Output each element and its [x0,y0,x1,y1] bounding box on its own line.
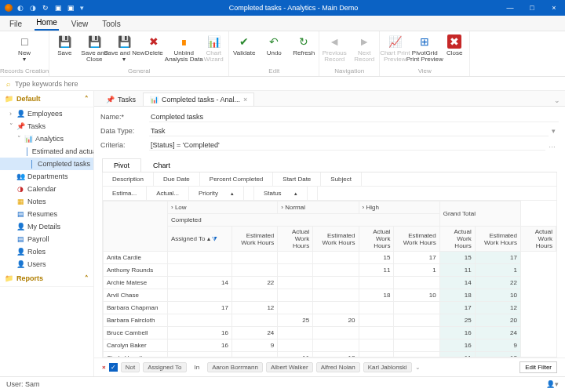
menu-view[interactable]: View [70,18,90,31]
unbind-button[interactable]: ∎Unbind Analysis Data [169,34,199,64]
doc-tab[interactable]: 📊Completed tasks - Anal...× [143,93,254,106]
qat-refresh-icon[interactable]: ↻ [42,4,50,12]
pivot-row[interactable]: Bruce Cambell16241624 [104,327,556,339]
qat-save-icon[interactable]: ▣ [55,4,63,12]
nav-item-label: Estimated and actual wor [32,147,93,155]
pivot-row[interactable]: Barbara Faircloth25202520 [104,314,556,327]
filter-remove-icon[interactable]: × [102,364,106,371]
col-group-header[interactable]: › Low [168,201,278,214]
pivot-grid[interactable]: › Low› Normal› HighGrand TotalCompletedA… [102,201,557,358]
nav-item[interactable]: 👤My Details [0,220,93,233]
field-header[interactable]: Percent Completed [200,172,273,186]
value-header[interactable]: Estimated Work Hours [394,227,439,252]
window-close-button[interactable]: × [543,4,565,12]
value-header[interactable]: Estimated Work Hours [475,227,520,252]
nav-item[interactable]: ˅📊Analytics [0,132,93,145]
value-header[interactable]: Actual Work Hours [359,227,394,252]
grand-total-header: Grand Total [439,201,520,227]
col-status-header[interactable]: Completed [168,214,440,227]
menu-home[interactable]: Home [35,16,59,31]
nav-header-reports[interactable]: 📁Reports˄ [0,270,93,287]
filter-value-chip[interactable]: Albert Walker [266,362,313,372]
field-header[interactable]: Subject [321,172,362,186]
nav-item[interactable]: │Completed tasks [0,158,93,170]
col-group-header[interactable]: › High [359,201,439,214]
nav-item[interactable]: ▤Payroll [0,233,93,245]
filter-toggle-checkbox[interactable]: ✓ [109,363,118,372]
qat-icon-1[interactable]: ◐ [17,4,25,12]
qat-saveas-icon[interactable]: ▣ [67,4,75,12]
datatype-field[interactable]: Task [149,126,549,136]
filter-not-chip[interactable]: Not [121,362,140,372]
measure-header[interactable]: Priority▴ [189,187,254,200]
filter-dim-chip[interactable]: Assigned To [143,362,186,372]
edit-filter-button[interactable]: Edit Filter [519,361,557,373]
datatype-dropdown-icon[interactable]: ▾ [549,127,559,135]
filter-value-chip[interactable]: Karl Jablonski [363,362,412,372]
nav-item[interactable]: ▦Notes [0,195,93,208]
doc-tab[interactable]: 📌Tasks [99,93,143,106]
filter-value-chip[interactable]: Aaron Borrmann [207,362,263,372]
col-group-header[interactable]: › Normal [278,201,359,214]
pivot-row[interactable]: Archie Matese14221422 [104,277,556,289]
menu-tools[interactable]: Tools [100,18,122,31]
value-header[interactable]: Actual Work Hours [278,227,313,252]
pivot-row[interactable]: Carolyn Baker169169 [104,339,556,352]
status-person-icon[interactable]: 👤▾ [546,380,559,388]
measure-header[interactable]: Estima... [103,187,147,200]
close-button[interactable]: ✖Close [439,34,469,56]
field-header[interactable]: Due Date [154,172,200,186]
tabs-expand-icon[interactable]: ⌄ [549,95,565,106]
validate-button[interactable]: ✔Validate [229,34,259,56]
pivot-row[interactable]: Arvil Chase18101810 [104,289,556,302]
nav-item[interactable]: 👤Users [0,258,93,270]
nav-item[interactable]: │Estimated and actual wor [0,145,93,158]
pivot-row[interactable]: Cindy Haneline11121112 [104,352,556,358]
save-button[interactable]: 💾Save [49,34,79,56]
name-field[interactable]: Completed tasks [149,112,559,122]
measure-header[interactable]: Actual... [147,187,189,200]
nav-item-label: Resumes [27,210,57,218]
nav-item[interactable]: ▤Resumes [0,208,93,220]
search-input[interactable] [15,80,559,88]
row-header[interactable]: Assigned To ▴ ⧩ [168,227,232,252]
qat-icon-2[interactable]: ◑ [30,4,38,12]
nav-item[interactable]: ›👤Employees [0,107,93,120]
value-header[interactable]: Actual Work Hours [439,227,475,252]
pivot-row[interactable]: Barbara Chapman17121712 [104,302,556,314]
nav-item[interactable]: 👥Departments [0,170,93,183]
value-header[interactable]: Estimated Work Hours [232,227,278,252]
criteria-edit-icon[interactable]: … [545,141,559,149]
opt-tab-pivot[interactable]: Pivot [102,158,141,172]
field-header[interactable]: Description [103,172,154,186]
undo-button[interactable]: ↶Undo [259,34,289,56]
filter-more-icon[interactable]: ⌄ [415,364,421,371]
field-header[interactable]: Start Date [273,172,321,186]
measure-header[interactable]: Status▴ [254,187,318,200]
sort-icon: ▴ [285,187,308,200]
tab-close-icon[interactable]: × [243,96,247,103]
pivot-cell: 22 [475,277,520,289]
nav-item[interactable]: ˅📌Tasks [0,120,93,132]
nav-item[interactable]: 👤Roles [0,245,93,258]
maximize-button[interactable]: □ [521,4,543,12]
criteria-field[interactable]: [Status] = 'Completed' [149,140,545,151]
nav-header-default[interactable]: 📁Default˄ [0,91,93,107]
nav-item-label: Analytics [35,135,64,143]
value-header[interactable]: Estimated Work Hours [313,227,359,252]
new-button[interactable]: □New ▾ [9,34,39,64]
pivot-cell: 16 [168,327,232,339]
save-new-button[interactable]: 💾Save and New ▾ [109,34,139,64]
refresh-button[interactable]: ↻Refresh [289,34,319,56]
menu-file[interactable]: File [8,18,24,31]
filter-icon[interactable]: ⧩ [212,235,217,242]
pivot-row[interactable]: Anthony Rounds111111 [104,264,556,277]
qat-dropdown-icon[interactable]: ▾ [80,4,88,12]
nav-item[interactable]: ◑Calendar [0,183,93,195]
filter-value-chip[interactable]: Alfred Nolan [316,362,360,372]
minimize-button[interactable]: — [499,4,521,12]
opt-tab-chart[interactable]: Chart [141,158,182,172]
pivot-print-button[interactable]: ⊞PivotGrid Print Preview [410,34,439,64]
pivot-row[interactable]: Anita Cardle15171517 [104,252,556,264]
value-header[interactable]: Actual Work Hours [520,227,556,252]
